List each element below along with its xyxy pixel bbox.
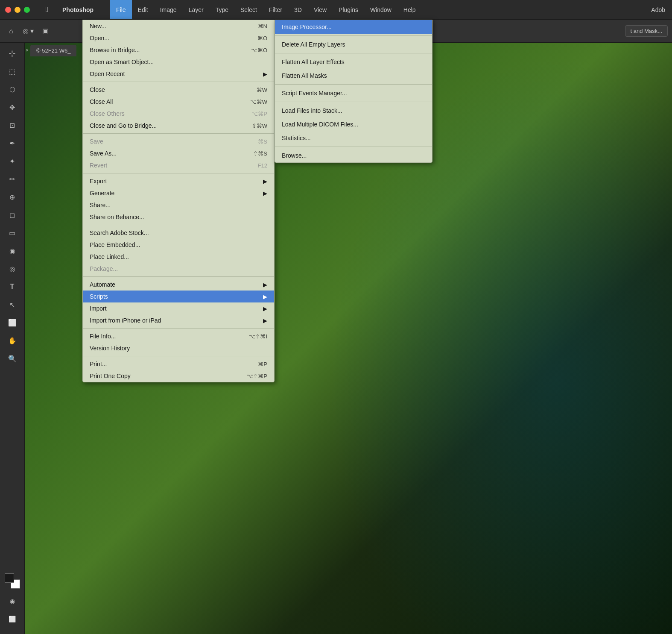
menu-plugins[interactable]: Plugins [333, 0, 364, 19]
submenu-statistics[interactable]: Statistics... [275, 131, 432, 145]
brush-tool[interactable]: ✏ [4, 171, 20, 187]
menu-help[interactable]: Help [397, 0, 422, 19]
menu-view[interactable]: View [308, 0, 333, 19]
shape-tool[interactable]: ⬜ [4, 314, 20, 331]
close-button[interactable] [5, 7, 11, 13]
menu-window[interactable]: Window [364, 0, 397, 19]
menu-select[interactable]: Select [234, 0, 263, 19]
eyedropper-tool[interactable]: ✒ [4, 135, 20, 151]
hand-tool[interactable]: ✋ [4, 332, 20, 349]
menu-file-info[interactable]: File Info... ⌥⇧⌘I [83, 330, 274, 342]
menu-file[interactable]: File [110, 0, 132, 19]
menu-close[interactable]: Close ⌘W [83, 84, 274, 96]
menu-place-linked-label: Place Linked... [90, 253, 129, 260]
menu-export[interactable]: Export ▶ [83, 175, 274, 187]
menu-close-go-bridge-label: Close and Go to Bridge... [90, 122, 157, 129]
menu-search-stock-label: Search Adobe Stock... [90, 229, 149, 236]
color-swatches[interactable] [5, 573, 20, 589]
menu-revert-shortcut: F12 [245, 162, 267, 169]
menu-place-linked[interactable]: Place Linked... [83, 251, 274, 263]
menu-print-one-copy-label: Print One Copy [90, 373, 131, 379]
menu-print[interactable]: Print... ⌘P [83, 358, 274, 370]
gradient-tool[interactable]: ▭ [4, 225, 20, 241]
menu-browse-bridge[interactable]: Browse in Bridge... ⌥⌘O [83, 44, 274, 56]
menu-open[interactable]: Open... ⌘O [83, 32, 274, 44]
selection-tool[interactable]: ⬚ [4, 63, 20, 79]
path-selection-tool[interactable]: ↖ [4, 296, 20, 313]
menu-print-one-copy[interactable]: Print One Copy ⌥⇧⌘P [83, 370, 274, 382]
quick-mask-toggle[interactable]: ◉ [4, 593, 20, 609]
apple-icon[interactable]:  [35, 5, 59, 14]
submenu-script-events-manager[interactable]: Script Events Manager... [275, 86, 432, 100]
lasso-tool[interactable]: ⬡ [4, 81, 20, 97]
menu-open-recent[interactable]: Open Recent ▶ [83, 68, 274, 80]
submenu-image-processor[interactable]: Image Processor... [275, 20, 432, 34]
menu-share[interactable]: Share... [83, 199, 274, 211]
eraser-tool[interactable]: ◻ [4, 207, 20, 223]
menu-import-iphone[interactable]: Import from iPhone or iPad ▶ [83, 314, 274, 326]
menu-generate[interactable]: Generate ▶ [83, 187, 274, 199]
menu-share-behance[interactable]: Share on Behance... [83, 211, 274, 223]
menu-open-smart-object[interactable]: Open as Smart Object... [83, 56, 274, 68]
menu-version-history[interactable]: Version History [83, 342, 274, 354]
brush-options[interactable]: ◎ ▾ [21, 24, 35, 38]
stamp-tool[interactable]: ⊕ [4, 189, 20, 205]
menu-new[interactable]: New... ⌘N [83, 20, 274, 32]
submenu-delete-empty-layers[interactable]: Delete All Empty Layers [275, 38, 432, 51]
fullscreen-button[interactable] [24, 7, 30, 13]
menu-open-shortcut: ⌘O [245, 35, 267, 41]
menu-save: Save ⌘S [83, 135, 274, 147]
healing-tool[interactable]: ✦ [4, 153, 20, 169]
traffic-lights [0, 7, 35, 13]
menu-filter[interactable]: Filter [263, 0, 288, 19]
menu-scripts[interactable]: Scripts ▶ [83, 291, 274, 302]
zoom-tool[interactable]: 🔍 [4, 350, 20, 367]
home-button[interactable]: ⌂ [4, 24, 18, 38]
minimize-button[interactable] [15, 7, 20, 13]
blur-tool[interactable]: ◉ [4, 243, 20, 259]
menu-generate-label: Generate [90, 190, 114, 197]
app-name: Photoshop [59, 6, 110, 13]
menu-close-all[interactable]: Close All ⌥⌘W [83, 96, 274, 108]
quick-selection-tool[interactable]: ✥ [4, 99, 20, 115]
document-tab[interactable]: © 52F21 W6_ [30, 45, 76, 56]
menu-save-as[interactable]: Save As... ⇧⌘S [83, 147, 274, 159]
submenu-flatten-masks[interactable]: Flatten All Masks [275, 69, 432, 82]
screen-mode-toggle[interactable]: ⬜ [4, 611, 20, 627]
menu-new-shortcut: ⌘N [245, 23, 267, 29]
menu-place-embedded[interactable]: Place Embedded... [83, 239, 274, 251]
menu-automate[interactable]: Automate ▶ [83, 279, 274, 291]
menu-type[interactable]: Type [210, 0, 234, 19]
crop-tool[interactable]: ⊡ [4, 117, 20, 133]
submenu-load-files-stack-label: Load Files into Stack... [282, 107, 342, 114]
select-and-mask-button[interactable]: t and Mask... [625, 25, 668, 37]
dodge-tool[interactable]: ◎ [4, 261, 20, 277]
menu-import[interactable]: Import ▶ [83, 302, 274, 314]
menu-save-label: Save [90, 138, 103, 145]
tab-bar: × © 52F21 W6_ [26, 43, 76, 58]
menu-automate-label: Automate [90, 281, 115, 288]
submenu-load-files-stack[interactable]: Load Files into Stack... [275, 104, 432, 117]
menu-version-history-label: Version History [90, 345, 130, 352]
generate-arrow: ▶ [263, 190, 267, 197]
mode-option[interactable]: ▣ [38, 24, 52, 38]
import-iphone-arrow: ▶ [263, 317, 267, 324]
move-tool[interactable]: ⊹ [4, 45, 20, 62]
submenu-load-dicom[interactable]: Load Multiple DICOM Files... [275, 117, 432, 131]
menu-image[interactable]: Image [154, 0, 183, 19]
menu-edit[interactable]: Edit [132, 0, 154, 19]
menu-close-all-shortcut: ⌥⌘W [237, 99, 267, 105]
menu-close-label: Close [90, 86, 105, 93]
divider-1 [83, 82, 274, 82]
import-arrow: ▶ [263, 305, 267, 312]
submenu-flatten-layer-effects[interactable]: Flatten All Layer Effects [275, 55, 432, 69]
tab-close-icon[interactable]: × [26, 47, 29, 53]
menu-search-stock[interactable]: Search Adobe Stock... [83, 227, 274, 239]
foreground-color-swatch[interactable] [5, 573, 14, 583]
menu-3d[interactable]: 3D [288, 0, 308, 19]
type-tool[interactable]: T [4, 279, 20, 295]
menu-close-go-bridge[interactable]: Close and Go to Bridge... ⇧⌘W [83, 120, 274, 132]
menu-scripts-label: Scripts [90, 293, 108, 300]
submenu-browse[interactable]: Browse... [275, 149, 432, 162]
menu-layer[interactable]: Layer [183, 0, 210, 19]
